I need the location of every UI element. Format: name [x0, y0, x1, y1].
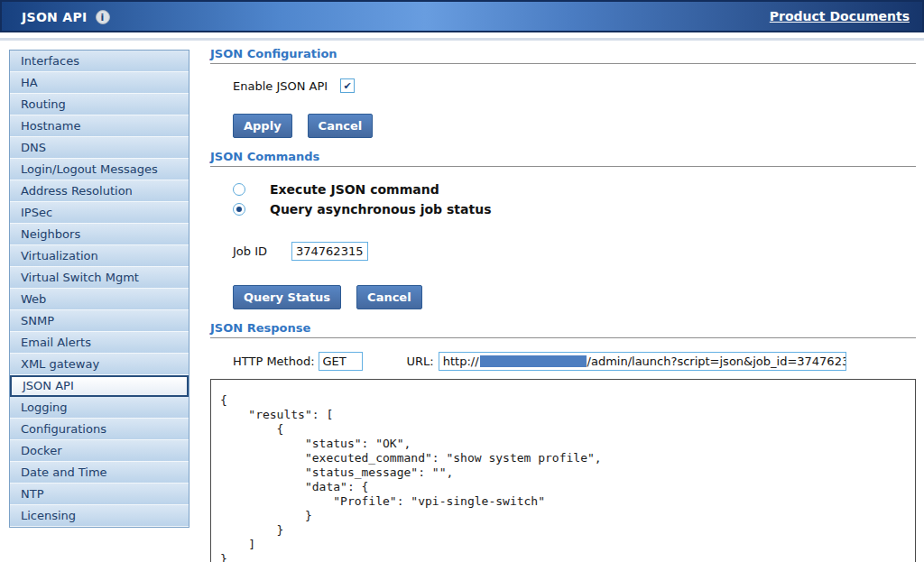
sidebar-item-licensing[interactable]: Licensing — [10, 505, 189, 527]
execute-command-radio[interactable] — [233, 183, 245, 196]
page: JSON APIi Product Documents InterfacesHA… — [0, 0, 924, 562]
command-cancel-button[interactable]: Cancel — [356, 285, 422, 309]
configuration-buttons: Apply Cancel — [233, 114, 916, 138]
enable-json-label: Enable JSON API — [233, 79, 328, 93]
query-status-button[interactable]: Query Status — [233, 285, 341, 309]
sidebar-item-virtual-switch-mgmt[interactable]: Virtual Switch Mgmt — [10, 267, 189, 289]
header-bar: JSON APIi Product Documents — [0, 0, 924, 32]
apply-button[interactable]: Apply — [233, 114, 292, 138]
request-info-row: HTTP Method: URL: http:///admin/launch?s… — [233, 352, 916, 371]
sidebar-item-login-logout-messages[interactable]: Login/Logout Messages — [10, 159, 189, 180]
sidebar-item-docker[interactable]: Docker — [10, 440, 189, 462]
sidebar-item-json-api[interactable]: JSON API — [10, 375, 189, 397]
sidebar-item-email-alerts[interactable]: Email Alerts — [10, 332, 189, 354]
section-divider — [210, 63, 916, 64]
json-commands-title: JSON Commands — [210, 150, 916, 163]
main-content: JSON Configuration Enable JSON API ✔ App… — [210, 41, 916, 562]
job-id-input[interactable] — [291, 242, 368, 261]
enable-json-checkbox[interactable]: ✔ — [340, 78, 355, 93]
sidebar-item-address-resolution[interactable]: Address Resolution — [10, 180, 189, 202]
sidebar-item-logging[interactable]: Logging — [10, 397, 189, 419]
sidebar-item-interfaces[interactable]: Interfaces — [10, 51, 189, 72]
sidebar-item-neighbors[interactable]: Neighbors — [10, 224, 189, 245]
sidebar-item-snmp[interactable]: SNMP — [10, 310, 189, 332]
url-suffix-text: /admin/launch?script=json&job_id=3747623… — [587, 355, 846, 368]
info-icon[interactable]: i — [96, 10, 110, 24]
sidebar-item-virtualization[interactable]: Virtualization — [10, 245, 189, 267]
json-response-body: { "results": [ { "status": "OK", "execut… — [220, 393, 906, 562]
sidebar-nav: InterfacesHARoutingHostnameDNSLogin/Logo… — [9, 50, 189, 528]
page-title: JSON API — [22, 10, 88, 24]
sidebar-item-date-and-time[interactable]: Date and Time — [10, 462, 189, 484]
query-job-status-label: Query asynchronous job status — [270, 202, 491, 217]
header-left: JSON APIi — [22, 8, 110, 25]
json-configuration-title: JSON Configuration — [210, 47, 916, 60]
job-id-label: Job ID — [233, 244, 291, 258]
enable-json-row: Enable JSON API ✔ — [233, 78, 916, 93]
query-job-status-radio[interactable] — [233, 203, 245, 216]
http-method-input[interactable] — [319, 352, 363, 371]
check-icon: ✔ — [344, 81, 352, 91]
url-input[interactable]: http:///admin/launch?script=json&job_id=… — [439, 352, 846, 371]
section-divider — [210, 166, 916, 167]
sidebar-item-web[interactable]: Web — [10, 289, 189, 310]
sidebar-item-hostname[interactable]: Hostname — [10, 115, 189, 137]
sidebar-item-routing[interactable]: Routing — [10, 94, 189, 115]
json-response-title: JSON Response — [210, 321, 916, 335]
execute-command-option: Execute JSON command — [233, 180, 916, 199]
section-divider — [210, 337, 916, 338]
sidebar-item-ipsec[interactable]: IPSec — [10, 202, 189, 224]
execute-command-label: Execute JSON command — [270, 182, 439, 197]
redacted-hostname-block — [480, 355, 587, 367]
sidebar-item-xml-gateway[interactable]: XML gateway — [10, 354, 189, 375]
sidebar-item-ntp[interactable]: NTP — [10, 484, 189, 505]
http-method-label: HTTP Method: — [233, 355, 315, 368]
sidebar-item-dns[interactable]: DNS — [10, 137, 189, 159]
sidebar-item-ha[interactable]: HA — [10, 72, 189, 94]
json-response-box: { "results": [ { "status": "OK", "execut… — [210, 379, 916, 562]
query-job-status-option: Query asynchronous job status — [233, 199, 916, 219]
url-prefix-text: http:// — [443, 355, 479, 368]
job-id-row: Job ID — [233, 242, 916, 261]
command-mode-options: Execute JSON command Query asynchronous … — [210, 180, 916, 219]
command-buttons: Query Status Cancel — [233, 285, 916, 309]
product-documents-link[interactable]: Product Documents — [770, 9, 910, 23]
url-label: URL: — [407, 355, 434, 368]
sidebar-item-configurations[interactable]: Configurations — [10, 419, 189, 440]
cancel-button[interactable]: Cancel — [308, 114, 374, 138]
